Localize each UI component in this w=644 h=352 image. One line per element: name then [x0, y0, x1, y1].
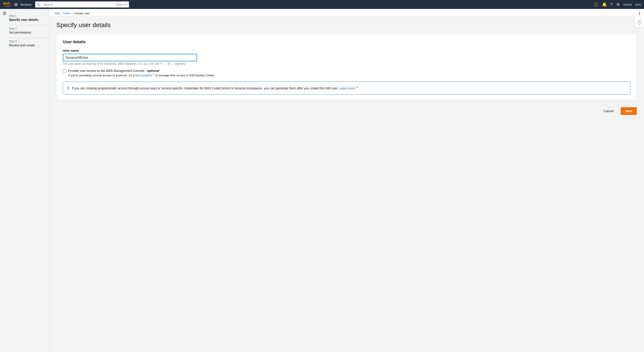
sidebar-step-3[interactable]: Step 3 Review and create	[9, 38, 49, 51]
console-hint: If you're providing console access to a …	[68, 73, 215, 77]
breadcrumb-iam[interactable]: IAM	[54, 12, 60, 15]
user-details-card: User details User name The user name can…	[56, 34, 637, 100]
step2-title: Set permissions	[9, 31, 49, 34]
breadcrumb-current: Create user	[74, 12, 90, 15]
step3-title: Review and create	[9, 44, 49, 47]
search-bar[interactable]: 🔍 [Option+S]	[35, 1, 129, 8]
notifications-icon[interactable]: 🔔	[602, 2, 607, 7]
username-input[interactable]	[63, 54, 197, 61]
breadcrumb-users[interactable]: Users	[63, 12, 71, 15]
content-area: IAM › Users › Create user Specify user d…	[49, 9, 644, 352]
aws-logo[interactable]	[3, 2, 11, 7]
cloudshell-icon[interactable]: ⬛	[594, 2, 598, 7]
info-icon: ℹ	[68, 86, 69, 91]
top-nav: ⊞ Services 🔍 [Option+S] ⬛ 🔔 ? ⚙ Global b…	[0, 0, 644, 9]
cancel-button[interactable]: Cancel	[600, 107, 617, 115]
username-group: User name The user name can have up to 6…	[63, 49, 630, 65]
breadcrumb-sep-1: ›	[61, 12, 62, 15]
settings-icon[interactable]: ⚙	[616, 2, 620, 7]
breadcrumb-sep-2: ›	[72, 12, 73, 15]
info-box-text: If you are creating programmatic access …	[72, 85, 358, 91]
services-link[interactable]: Services	[20, 3, 32, 6]
console-access-group: Provide user access to the AWS Managemen…	[63, 69, 630, 77]
next-button[interactable]: Next	[621, 107, 637, 115]
card-title: User details	[63, 40, 630, 44]
learn-more-link[interactable]: Learn more	[339, 86, 355, 90]
user-menu[interactable]: bishi	[635, 3, 641, 6]
search-icon: 🔍	[35, 3, 42, 6]
console-access-label[interactable]: Provide user access to the AWS Managemen…	[68, 69, 159, 73]
info-box: ℹ If you are creating programmatic acces…	[63, 82, 630, 94]
step1-label: Step 1	[9, 14, 49, 18]
learn-more-external-icon: ↗	[355, 86, 358, 88]
history-icon[interactable]: 🕐	[635, 18, 644, 27]
sidebar-toggle[interactable]: ☰	[0, 9, 9, 18]
info-panel-icon[interactable]: ℹ	[635, 9, 644, 18]
best-practice-link[interactable]: best practice	[136, 74, 152, 77]
sidebar-step-1[interactable]: Step 1 Specify user details	[9, 13, 49, 25]
breadcrumb: IAM › Users › Create user	[49, 9, 644, 16]
step3-label: Step 3	[9, 40, 49, 43]
grid-icon[interactable]: ⊞	[14, 1, 18, 8]
best-practice-external-icon: ↗	[152, 73, 154, 76]
search-shortcut: [Option+S]	[116, 3, 129, 6]
username-label: User name	[63, 49, 630, 52]
username-hint: The user name can have up to 64 characte…	[63, 62, 219, 65]
optional-text: optional	[147, 69, 159, 73]
console-access-checkbox[interactable]	[63, 69, 66, 73]
region-selector[interactable]: Global	[624, 3, 632, 6]
right-side-icons: ℹ 🕐	[635, 9, 644, 27]
main-content: Specify user details User details User n…	[49, 16, 644, 352]
step2-label: Step 2	[9, 27, 49, 30]
sidebar: Step 1 Specify user details Step 2 Set p…	[0, 9, 49, 352]
search-input[interactable]	[42, 2, 116, 8]
step1-title: Specify user details	[9, 18, 49, 22]
page-title: Specify user details	[56, 22, 637, 29]
nav-right: ⬛ 🔔 ? ⚙ Global bishi	[594, 2, 641, 7]
sidebar-step-2[interactable]: Step 2 Set permissions	[9, 25, 49, 38]
help-icon[interactable]: ?	[610, 2, 613, 7]
footer-actions: Cancel Next	[56, 105, 637, 115]
